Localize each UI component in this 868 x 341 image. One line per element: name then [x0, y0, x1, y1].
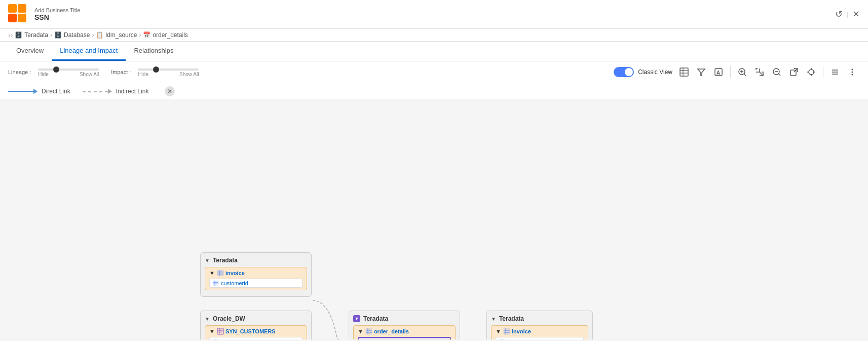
node-center-system: Teradata — [363, 315, 388, 322]
indirect-link-label: Indirect Link — [116, 88, 149, 95]
node-left-bottom-field-name: SSN — [221, 338, 233, 339]
legend-direct-link: Direct Link — [8, 88, 70, 95]
lineage-canvas[interactable]: ▼ Teradata ▼ invoice — [0, 100, 868, 339]
node-left-bottom: ▼ Oracle_DW ▼ SYN_CUSTOMERS — [200, 311, 312, 339]
node-left-top: ▼ Teradata ▼ invoice — [200, 252, 312, 297]
svg-text:A: A — [716, 70, 720, 76]
node-right-field-row[interactable]: SSN — [496, 337, 584, 339]
svg-rect-46 — [366, 328, 372, 334]
node-center-header: ▼ Teradata — [353, 315, 456, 322]
classic-view-label: Classic View — [638, 69, 672, 76]
node-center-field-row[interactable]: SSN — [358, 337, 451, 339]
node-left-top-table-header: ▼ invoice — [209, 269, 303, 277]
filter-icon[interactable] — [694, 64, 709, 80]
node-left-top-table-name[interactable]: invoice — [225, 270, 245, 276]
list-view-icon[interactable] — [827, 64, 843, 80]
more-options-icon[interactable] — [845, 64, 860, 80]
asset-name: SSN — [34, 13, 81, 21]
lineage-hide-label: Hide — [38, 72, 49, 77]
node-left-top-field-name: customerid — [221, 280, 248, 286]
database-icon: 🗄️ — [54, 31, 62, 39]
breadcrumb-item-database[interactable]: 🗄️ Database — [54, 31, 90, 39]
breadcrumb-item-order-details[interactable]: 📅 order_details — [143, 31, 187, 39]
node-center-table-name[interactable]: order_details — [374, 328, 409, 334]
zoom-in-icon[interactable] — [735, 64, 750, 80]
breadcrumb-sep1: › — [50, 31, 52, 39]
expand-icon[interactable] — [752, 64, 767, 80]
svg-rect-58 — [500, 339, 505, 339]
node-right-header: ▼ Teradata — [491, 315, 588, 322]
table-icon-right — [503, 328, 510, 335]
node-left-top-expand-table[interactable]: ▼ — [209, 270, 215, 276]
node-left-top-field-row[interactable]: customerid — [209, 279, 303, 288]
node-left-bottom-system: Oracle_DW — [213, 315, 245, 322]
text-icon[interactable]: A — [711, 64, 726, 80]
syn-customers-icon — [217, 328, 224, 335]
node-left-bottom-field-row[interactable]: SSN — [209, 337, 303, 339]
node-left-top-expand[interactable]: ▼ — [205, 258, 210, 263]
header-actions: ↺ | ✕ — [835, 9, 860, 20]
breadcrumb-item-teradata[interactable]: 🗄️ Teradata — [15, 31, 48, 39]
node-left-bottom-expand-table[interactable]: ▼ — [209, 328, 215, 334]
classic-view-toggle[interactable]: Classic View — [614, 67, 672, 77]
legend-indirect-link: Indirect Link — [83, 88, 149, 95]
zoom-out-icon[interactable] — [769, 64, 784, 80]
classic-view-switch[interactable] — [614, 67, 634, 77]
node-right-system: Teradata — [499, 315, 524, 322]
breadcrumb-sep3: › — [139, 31, 141, 39]
lineage-slider[interactable]: Hide Show All — [38, 67, 99, 77]
node-left-bottom-header: ▼ Oracle_DW — [205, 315, 307, 322]
direct-link-arrow — [8, 89, 37, 94]
node-center-expand-table[interactable]: ▼ — [358, 328, 363, 334]
legend-bar: Direct Link Indirect Link ✕ — [0, 83, 868, 100]
ldm-source-icon: 📋 — [96, 31, 103, 39]
tab-lineage-impact[interactable]: Lineage and Impact — [52, 42, 126, 61]
svg-point-27 — [852, 69, 853, 71]
refresh-icon[interactable]: ↺ — [835, 9, 843, 20]
breadcrumb-database-label: Database — [64, 31, 90, 39]
tab-overview[interactable]: Overview — [8, 42, 52, 61]
node-right-table-header: ▼ invoice — [496, 328, 584, 335]
node-right-table-card: ▼ invoice SSN — [491, 325, 588, 339]
table-icon-left-top — [217, 269, 224, 277]
impact-label: Impact : — [111, 69, 131, 75]
tab-relationships[interactable]: Relationships — [126, 42, 181, 61]
node-center: ▼ Teradata ▼ order_details — [349, 311, 460, 339]
node-center-table-card: ▼ order_details — [353, 325, 456, 339]
impact-slider[interactable]: Hide Show All — [138, 67, 199, 77]
crosshair-icon[interactable] — [804, 64, 819, 80]
node-left-bottom-table-card: ▼ SYN_CUSTOMERS — [205, 325, 307, 339]
svg-point-28 — [852, 72, 853, 73]
field-icon-center — [362, 339, 368, 339]
svg-rect-0 — [680, 68, 688, 76]
svg-rect-54 — [504, 328, 510, 334]
connections-svg — [0, 100, 868, 339]
node-right-table-name[interactable]: invoice — [512, 328, 531, 334]
indirect-link-arrow — [83, 89, 112, 94]
node-right: ▼ Teradata ▼ invoice — [486, 311, 593, 339]
close-icon[interactable]: ✕ — [852, 9, 860, 20]
table-icon-center — [365, 328, 372, 335]
node-right-expand-table[interactable]: ▼ — [496, 328, 501, 334]
node-center-field-name: SSN — [370, 339, 382, 339]
svg-rect-42 — [213, 339, 218, 339]
toolbar-divider-2 — [823, 66, 823, 78]
teradata-db-icon: 🗄️ — [15, 31, 22, 39]
breadcrumb-teradata-label: Teradata — [24, 31, 48, 39]
breadcrumb-ldm-label: ldm_source — [105, 31, 137, 39]
toolbar-divider-1 — [730, 66, 731, 78]
node-center-table-header: ▼ order_details — [358, 328, 451, 335]
external-link-icon[interactable] — [786, 64, 802, 80]
table-view-icon[interactable] — [676, 64, 692, 80]
node-right-expand[interactable]: ▼ — [491, 316, 496, 322]
app-logo — [8, 4, 28, 24]
close-legend-button[interactable]: ✕ — [165, 86, 175, 96]
svg-rect-30 — [217, 270, 223, 276]
add-business-title-label[interactable]: Add Business Title — [34, 7, 81, 13]
breadcrumb: ›› 🗄️ Teradata › 🗄️ Database › 📋 ldm_sou… — [0, 29, 868, 42]
node-left-bottom-table-name[interactable]: SYN_CUSTOMERS — [225, 328, 276, 334]
direct-link-label: Direct Link — [42, 88, 70, 95]
svg-rect-34 — [213, 281, 218, 286]
breadcrumb-item-ldm-source[interactable]: 📋 ldm_source — [96, 31, 137, 39]
node-left-bottom-expand[interactable]: ▼ — [205, 316, 210, 322]
